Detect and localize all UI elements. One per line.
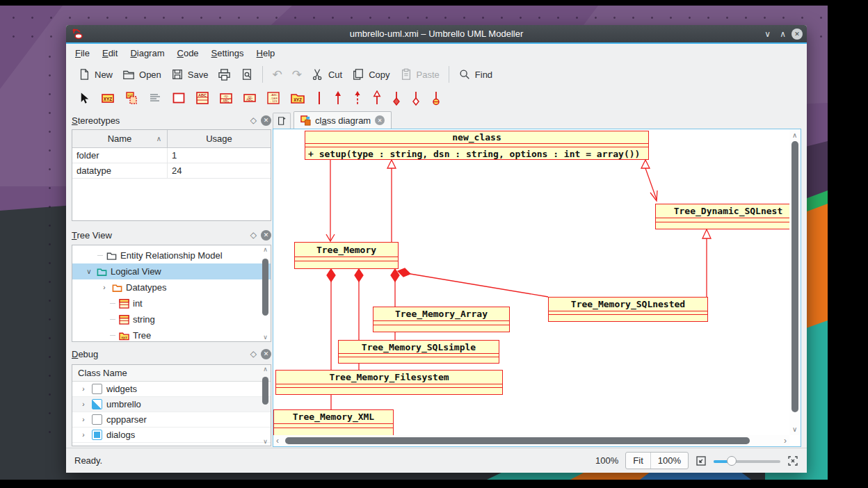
checkbox-partial[interactable] <box>92 399 102 409</box>
redo-button[interactable]: ↷ <box>287 66 307 83</box>
float-panel-icon[interactable]: ◇ <box>250 349 257 359</box>
table-row[interactable]: folder 1 <box>72 148 271 163</box>
undo-button[interactable]: ↶ <box>267 66 287 83</box>
debug-item-cppparser[interactable]: › cppparser <box>72 412 271 428</box>
copy-button[interactable]: Copy <box>347 65 394 83</box>
titlebar[interactable]: umbrello-uml.xmi – Umbrello UML Modeller… <box>66 25 807 42</box>
uml-class-tree-memory-sqlsimple[interactable]: Tree_Memory_SQLsimple <box>338 340 499 364</box>
datatype-tool[interactable]: -xy-ABC <box>238 88 262 108</box>
zoom-slider[interactable] <box>714 455 780 466</box>
close-panel-icon[interactable]: ✕ <box>261 115 271 126</box>
float-panel-icon[interactable]: ◇ <box>250 115 257 125</box>
zoom-slider-handle[interactable] <box>727 456 737 466</box>
debug-item-dialogs[interactable]: › dialogs <box>72 428 271 443</box>
tree-item-datatypes[interactable]: › Datatypes <box>72 279 271 295</box>
vertical-scrollbar[interactable]: ∧ ∨ <box>789 129 801 435</box>
scroll-down-icon[interactable]: ∨ <box>792 425 797 433</box>
close-panel-icon[interactable]: ✕ <box>261 230 271 241</box>
new-button[interactable]: New <box>73 65 118 83</box>
fullscreen-icon[interactable] <box>787 455 798 466</box>
tree-view-panel-header[interactable]: Tree View ◇ ✕ <box>72 227 271 243</box>
scroll-down-icon[interactable]: ∨ <box>263 334 268 341</box>
scroll-left-icon[interactable]: ‹ <box>276 436 279 446</box>
tree-item-tree[interactable]: xyz Tree <box>72 327 271 342</box>
zoom-100-button[interactable]: 100% <box>651 453 688 469</box>
open-button[interactable]: Open <box>118 65 166 83</box>
fit-page-icon[interactable] <box>696 455 707 466</box>
debug-column-header[interactable]: Class Name <box>72 365 271 382</box>
diagram-canvas[interactable]: new_class + setup(type : string, dsn : s… <box>273 129 801 447</box>
uml-class-tree-memory-array[interactable]: Tree_Memory_Array <box>373 307 510 332</box>
uml-class-tree-memory-xml[interactable]: Tree_Memory_XML <box>273 409 394 435</box>
text-align-tool[interactable] <box>143 88 167 108</box>
dependency-tool[interactable] <box>348 88 367 108</box>
scroll-up-icon[interactable]: ∧ <box>792 131 797 139</box>
menu-file[interactable]: File <box>69 45 96 61</box>
uml-class-tree-dynamic-sqlnest[interactable]: Tree_Dynamic_SQLnest <box>655 204 789 229</box>
directed-association-tool[interactable] <box>328 88 348 108</box>
aggregation-tool[interactable] <box>406 88 426 108</box>
minimize-button[interactable]: ∨ <box>764 25 771 42</box>
checkbox-unchecked[interactable] <box>92 384 102 394</box>
scrollbar-thumb[interactable] <box>285 437 750 444</box>
collapsed-icon[interactable]: › <box>100 284 108 291</box>
containment-tool[interactable] <box>426 88 447 108</box>
close-button[interactable]: ✕ <box>791 25 803 42</box>
print-button[interactable] <box>213 65 236 84</box>
tab-class-diagram[interactable]: class diagram ✕ <box>294 111 392 129</box>
table-row[interactable]: datatype 24 <box>72 163 271 179</box>
column-header-name[interactable]: Name ∧ <box>72 130 168 147</box>
uml-class-tree-memory-sqlnested[interactable]: Tree_Memory_SQLnested <box>548 297 708 322</box>
scrollbar-thumb[interactable] <box>262 259 268 316</box>
checkbox-checked[interactable] <box>92 430 102 440</box>
fit-button[interactable]: Fit <box>626 453 650 469</box>
debug-panel-header[interactable]: Debug ◇ ✕ <box>72 345 271 362</box>
box-tool[interactable] <box>167 88 191 108</box>
enum-tool[interactable]: - ABC- DEF- 123 <box>262 88 285 108</box>
tree-view-scrollbar[interactable]: ∧ ∨ <box>261 246 270 341</box>
uml-class-tree-memory[interactable]: Tree_Memory <box>294 242 399 269</box>
scrollbar-thumb[interactable] <box>262 377 268 405</box>
tree-item-string[interactable]: string <box>72 311 271 327</box>
menu-edit[interactable]: Edit <box>96 45 124 61</box>
scroll-right-icon[interactable]: › <box>784 436 787 446</box>
close-panel-icon[interactable]: ✕ <box>261 349 271 359</box>
scroll-down-icon[interactable]: ∨ <box>263 438 268 445</box>
collapsed-icon[interactable]: › <box>79 385 88 393</box>
menu-settings[interactable]: Settings <box>205 45 250 61</box>
print-preview-button[interactable] <box>236 65 258 83</box>
float-panel-icon[interactable]: ◇ <box>250 230 257 240</box>
tab-close-icon[interactable]: ✕ <box>375 115 385 125</box>
tree-item-int[interactable]: int <box>72 295 271 311</box>
paste-button[interactable]: Paste <box>395 65 444 83</box>
maximize-button[interactable]: ∧ <box>780 25 786 42</box>
new-tab-button[interactable] <box>273 113 291 129</box>
menu-code[interactable]: Code <box>171 45 205 61</box>
scrollbar-thumb[interactable] <box>791 141 798 412</box>
expanded-icon[interactable]: ∨ <box>85 268 93 275</box>
uml-class-tree-memory-filesystem[interactable]: Tree_Memory_Filesystem <box>275 370 503 395</box>
save-button[interactable]: Save <box>166 65 214 83</box>
horizontal-scrollbar[interactable]: ‹ › <box>273 435 789 446</box>
association-tool[interactable] <box>310 88 328 108</box>
select-tool[interactable] <box>73 89 96 108</box>
menu-diagram[interactable]: Diagram <box>124 45 170 61</box>
collapsed-icon[interactable]: › <box>79 400 88 408</box>
composition-tool[interactable] <box>387 88 406 108</box>
column-header-usage[interactable]: Usage <box>168 130 271 147</box>
menu-help[interactable]: Help <box>250 45 282 61</box>
checkbox-unchecked[interactable] <box>92 414 102 425</box>
interface-tool[interactable]: -xy-ABC <box>214 88 238 108</box>
scroll-up-icon[interactable]: ∧ <box>263 366 268 373</box>
note-tool[interactable]: xyz <box>120 88 143 108</box>
scroll-up-icon[interactable]: ∧ <box>263 246 268 253</box>
find-button[interactable]: Find <box>453 65 497 83</box>
uml-class-new_class[interactable]: new_class + setup(type : string, dsn : s… <box>305 131 649 160</box>
stereotypes-panel-header[interactable]: Stereotypes ◇ ✕ <box>72 112 271 129</box>
debug-scrollbar[interactable]: ∧ ∨ <box>261 366 270 445</box>
cut-button[interactable]: Cut <box>307 65 347 83</box>
class-tool[interactable]: ABC <box>191 88 214 108</box>
generalization-tool[interactable] <box>367 88 387 108</box>
collapsed-icon[interactable]: › <box>79 416 88 423</box>
tree-item-logical-view[interactable]: ∨ Logical View <box>72 263 271 279</box>
